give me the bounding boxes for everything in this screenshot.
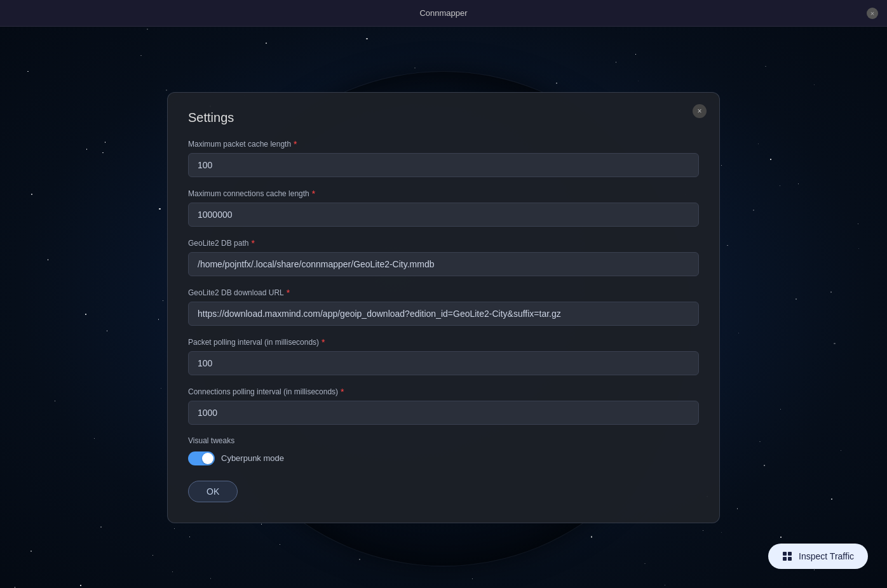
input-geolite-db-url[interactable] (188, 302, 699, 326)
titlebar: Connmapper × (0, 0, 887, 27)
field-packet-polling: Packet polling interval (in milliseconds… (188, 337, 699, 375)
visual-tweaks-section: Visual tweaks Cyberpunk mode (188, 436, 699, 465)
toggle-knob (202, 453, 213, 464)
field-connections-polling: Connections polling interval (in millise… (188, 387, 699, 425)
grid-icon (782, 551, 792, 561)
required-indicator: * (341, 387, 344, 397)
field-label-geolite-db-url: GeoLite2 DB download URL * (188, 288, 699, 298)
field-label-geolite-db-path: GeoLite2 DB path * (188, 238, 699, 248)
inspect-traffic-label: Inspect Traffic (799, 551, 854, 561)
app-title: Connmapper (419, 8, 467, 18)
cyberpunk-mode-label: Cyberpunk mode (221, 453, 284, 463)
inspect-traffic-button[interactable]: Inspect Traffic (768, 544, 868, 569)
modal-overlay: Settings × Maximum packet cache length *… (0, 27, 887, 588)
required-indicator: * (322, 337, 325, 347)
titlebar-close-button[interactable]: × (867, 8, 878, 19)
cyberpunk-mode-row: Cyberpunk mode (188, 451, 699, 465)
visual-tweaks-label: Visual tweaks (188, 436, 699, 445)
input-geolite-db-path[interactable] (188, 252, 699, 276)
svg-rect-3 (788, 557, 792, 561)
field-label-connections-polling: Connections polling interval (in millise… (188, 387, 699, 397)
required-indicator: * (251, 238, 254, 248)
field-geolite-db-path: GeoLite2 DB path * (188, 238, 699, 276)
input-max-connections-cache[interactable] (188, 203, 699, 227)
input-connections-polling[interactable] (188, 401, 699, 425)
field-label-max-packet-cache: Maximum packet cache length * (188, 139, 699, 149)
input-max-packet-cache[interactable] (188, 153, 699, 177)
modal-close-button[interactable]: × (693, 104, 707, 118)
modal-title: Settings (188, 110, 699, 125)
required-indicator: * (287, 288, 290, 298)
field-label-max-connections-cache: Maximum connections cache length * (188, 189, 699, 199)
field-max-packet-cache: Maximum packet cache length * (188, 139, 699, 177)
field-max-connections-cache: Maximum connections cache length * (188, 189, 699, 227)
titlebar-close-icon: × (870, 10, 874, 17)
field-geolite-db-url: GeoLite2 DB download URL * (188, 288, 699, 326)
modal-close-icon: × (697, 107, 701, 116)
required-indicator: * (294, 139, 297, 149)
required-indicator: * (312, 189, 315, 199)
field-label-packet-polling: Packet polling interval (in milliseconds… (188, 337, 699, 347)
ok-button[interactable]: OK (188, 481, 238, 502)
input-packet-polling[interactable] (188, 351, 699, 375)
svg-rect-0 (783, 552, 787, 556)
svg-rect-2 (783, 557, 787, 561)
settings-modal: Settings × Maximum packet cache length *… (167, 92, 720, 523)
cyberpunk-mode-toggle[interactable] (188, 451, 215, 465)
svg-rect-1 (788, 552, 792, 556)
